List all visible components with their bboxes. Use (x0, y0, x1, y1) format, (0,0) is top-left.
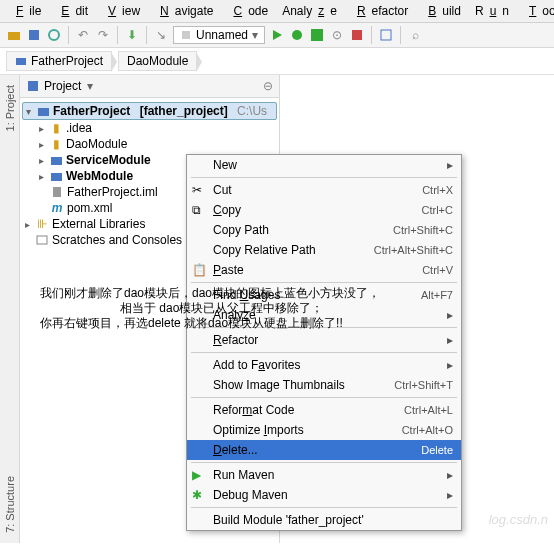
ctx-delete[interactable]: Delete...Delete (187, 440, 461, 460)
redo-icon[interactable]: ↷ (95, 27, 111, 43)
svg-marker-4 (273, 30, 282, 40)
svg-rect-8 (381, 30, 391, 40)
svg-rect-0 (8, 32, 20, 40)
ctx-copy-rel[interactable]: Copy Relative PathCtrl+Alt+Shift+C (187, 240, 461, 260)
ctx-reformat[interactable]: Reformat CodeCtrl+Alt+L (187, 400, 461, 420)
tree-dao[interactable]: ▸▮DaoModule (22, 136, 277, 152)
menu-bar: FFileile Edit View Navigate Code Analyze… (0, 0, 554, 23)
build-icon[interactable]: ⬇ (124, 27, 140, 43)
svg-rect-11 (38, 108, 49, 116)
breadcrumb-project[interactable]: FatherProject (6, 51, 112, 71)
menu-view[interactable]: View (96, 2, 146, 20)
svg-rect-3 (182, 31, 190, 39)
ctx-cut[interactable]: ✂CutCtrl+X (187, 180, 461, 200)
svg-rect-12 (51, 157, 62, 165)
dropdown-icon[interactable]: ▾ (87, 79, 93, 93)
menu-analyze[interactable]: Analyze (276, 2, 343, 20)
save-icon[interactable] (26, 27, 42, 43)
ctx-paste[interactable]: 📋PasteCtrl+V (187, 260, 461, 280)
menu-edit[interactable]: Edit (49, 2, 94, 20)
ctx-thumbnails[interactable]: Show Image ThumbnailsCtrl+Shift+T (187, 375, 461, 395)
menu-file[interactable]: FFileile (4, 2, 47, 20)
collapse-icon[interactable]: ⊖ (263, 79, 273, 93)
paste-icon: 📋 (192, 263, 207, 277)
annotation: 我们刚才删除了dao模块后，dao模块的图标上蓝色小方块没了， 相当于 dao模… (40, 286, 380, 331)
svg-rect-7 (352, 30, 362, 40)
ctx-refactor[interactable]: Refactor▸ (187, 330, 461, 350)
svg-rect-14 (53, 187, 61, 197)
menu-navigate[interactable]: Navigate (148, 2, 219, 20)
refresh-icon[interactable] (46, 27, 62, 43)
svg-point-2 (49, 30, 59, 40)
menu-tools[interactable]: Tools (517, 2, 554, 20)
run-icon[interactable] (269, 27, 285, 43)
ctx-build-module[interactable]: Build Module 'father_project' (187, 510, 461, 530)
menu-code[interactable]: Code (221, 2, 274, 20)
svg-rect-1 (29, 30, 39, 40)
breadcrumb-module[interactable]: DaoModule (118, 51, 197, 71)
svg-rect-9 (16, 58, 26, 65)
ctx-favorites[interactable]: Add to Favorites▸ (187, 355, 461, 375)
menu-build[interactable]: Build (416, 2, 467, 20)
coverage-icon[interactable] (309, 27, 325, 43)
search-icon[interactable]: ⌕ (407, 27, 423, 43)
svg-point-5 (292, 30, 302, 40)
ctx-copy-path[interactable]: Copy PathCtrl+Shift+C (187, 220, 461, 240)
context-menu: New▸ ✂CutCtrl+X ⧉CopyCtrl+C Copy PathCtr… (186, 154, 462, 531)
run-config-combo[interactable]: Unnamed ▾ (173, 26, 265, 44)
profile-icon[interactable]: ⊙ (329, 27, 345, 43)
debug-maven-icon: ✱ (192, 488, 202, 502)
tab-structure[interactable]: 7: Structure (4, 476, 16, 533)
ctx-optimize[interactable]: Optimize ImportsCtrl+Alt+O (187, 420, 461, 440)
ctx-new[interactable]: New▸ (187, 155, 461, 175)
open-icon[interactable] (6, 27, 22, 43)
project-panel-header: Project ▾ ⊖ (20, 75, 279, 98)
ctx-debug-maven[interactable]: ✱Debug Maven▸ (187, 485, 461, 505)
stop-icon[interactable] (349, 27, 365, 43)
ctx-run-maven[interactable]: ▶Run Maven▸ (187, 465, 461, 485)
svg-rect-15 (37, 236, 47, 244)
run-maven-icon: ▶ (192, 468, 201, 482)
structure-icon[interactable] (378, 27, 394, 43)
cut-icon: ✂ (192, 183, 202, 197)
menu-run[interactable]: Run (469, 2, 515, 20)
svg-rect-6 (311, 29, 323, 41)
tree-idea[interactable]: ▸▮.idea (22, 120, 277, 136)
toolbar: ↶ ↷ ⬇ ↘ Unnamed ▾ ⊙ ⌕ (0, 23, 554, 48)
undo-icon[interactable]: ↶ (75, 27, 91, 43)
tool-window-bar: 1: Project 7: Structure (0, 75, 20, 543)
svg-rect-10 (28, 81, 38, 91)
panel-title: Project (44, 79, 81, 93)
tree-root[interactable]: ▾FatherProject [father_project] C:\Us (22, 102, 277, 120)
tab-project[interactable]: 1: Project (4, 85, 16, 131)
breadcrumbs: FatherProject DaoModule (0, 48, 554, 75)
watermark: log.csdn.n (489, 512, 548, 527)
ctx-copy[interactable]: ⧉CopyCtrl+C (187, 200, 461, 220)
debug-icon[interactable] (289, 27, 305, 43)
svg-rect-13 (51, 173, 62, 181)
menu-refactor[interactable]: Refactor (345, 2, 414, 20)
copy-icon: ⧉ (192, 203, 201, 217)
run-chevron-icon[interactable]: ↘ (153, 27, 169, 43)
